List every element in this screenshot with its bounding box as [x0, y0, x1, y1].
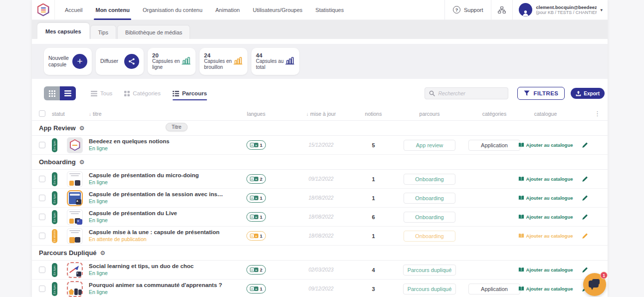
stat-card-capsules-en-ligne[interactable]: 20Capsules en ligne [148, 48, 196, 75]
capsule-title[interactable]: Social learning et tips, un duo de choc [89, 263, 225, 270]
add-to-catalogue-link[interactable]: Ajouter au catalogue [518, 286, 573, 292]
stat-card-capsules-en-brouillon[interactable]: 24Capsules en brouillon [200, 48, 247, 75]
grid-view-icon[interactable] [44, 86, 60, 100]
stat-label: Capsules en ligne [152, 58, 181, 70]
search-input[interactable] [438, 90, 504, 96]
support-button[interactable]: ? Support [445, 6, 491, 13]
add-to-catalogue-link[interactable]: Ajouter au catalogue [518, 195, 573, 201]
row-checkbox[interactable] [39, 267, 45, 273]
help-icon: ? [453, 6, 460, 13]
select-all-checkbox[interactable] [39, 110, 45, 117]
capsule-row[interactable]: En ligne▲Capsule de présentation de la s… [32, 189, 608, 208]
add-to-catalogue-link[interactable]: Ajouter au catalogue [518, 176, 573, 182]
capsule-row[interactable]: En attenteCapsule mise à la une : capsul… [32, 227, 608, 246]
section-name: Onboarding [39, 158, 76, 166]
updated-date: 18/08/2022 [287, 233, 355, 239]
capsule-title[interactable]: Pourquoi animer sa communauté d'apprenan… [89, 282, 225, 289]
view-filter-parcours[interactable]: Parcours [173, 90, 207, 96]
chat-widget-button[interactable]: 1 [583, 273, 606, 296]
languages-badge: Aa1 [246, 284, 266, 294]
upload-icon [576, 91, 581, 96]
sketch-people-thumbnail [67, 281, 83, 297]
parcours-pill[interactable]: Onboarding [404, 174, 455, 185]
stat-label: Capsules au total [256, 58, 285, 70]
column-menu-icon[interactable]: ⋮ [569, 110, 601, 117]
new-capsule-button[interactable]: Nouvelle capsule + [44, 48, 92, 75]
funnel-icon [524, 90, 530, 96]
filters-button[interactable]: FILTRES [517, 87, 565, 100]
capsule-title[interactable]: Capsule mise à la une : capsule de prése… [89, 229, 225, 236]
nav-item-statistiques[interactable]: Statistiques [315, 0, 344, 20]
capsule-row[interactable]: En ligneCapsule de présentation du micro… [32, 170, 608, 189]
export-button[interactable]: Export [571, 88, 605, 99]
capsule-row[interactable]: En ligne✕Capsule de présentation du Live… [32, 208, 608, 227]
view-filter-categories[interactable]: Catégories [124, 90, 161, 96]
gear-icon[interactable]: ⚙ [79, 125, 85, 131]
row-checkbox[interactable] [39, 233, 45, 239]
new-capsule-label: Nouvelle capsule [48, 55, 72, 68]
column-langues: langues [225, 111, 287, 117]
capsule-row[interactable]: En lignePourquoi animer sa communauté d'… [32, 280, 608, 297]
edit-pencil-icon[interactable] [582, 214, 588, 220]
nav-item-organisation-du-contenu[interactable]: Organisation du contenu [143, 0, 203, 20]
row-checkbox[interactable] [39, 195, 45, 201]
nav-item-accueil[interactable]: Accueil [65, 0, 82, 20]
gear-icon[interactable]: ⚙ [100, 250, 106, 256]
category-pill[interactable]: Application [468, 140, 520, 151]
tab-bibliotheque-de-medias[interactable]: Bibliothèque de médias [117, 25, 190, 39]
edit-pencil-icon[interactable] [582, 195, 588, 201]
notions-count: 1 [355, 233, 392, 239]
tab-tips[interactable]: Tips [90, 25, 116, 39]
row-checkbox[interactable] [39, 286, 45, 292]
stat-card-capsules-au-total[interactable]: 44Capsules au total [251, 48, 299, 75]
edit-pencil-icon[interactable] [582, 176, 588, 182]
org-structure-icon[interactable] [491, 6, 512, 13]
parcours-pill[interactable]: Onboarding [404, 231, 455, 242]
topbar-right: ? Support clement.bocquin@beedeez.c... (… [444, 0, 608, 19]
broadcast-button[interactable]: Diffuser [96, 48, 144, 75]
main-nav: AccueilMon contenuOrganisation du conten… [65, 0, 344, 19]
parcours-pill[interactable]: App review [404, 140, 455, 151]
status-pill: En ligne [52, 282, 57, 296]
status-pill: En attente [52, 229, 57, 243]
column-mise-a-jour[interactable]: ↓mise à jour [287, 111, 355, 117]
row-checkbox[interactable] [39, 214, 45, 220]
capsule-title[interactable]: Beedeez en quelques notions [89, 138, 225, 145]
edit-pencil-icon[interactable] [582, 142, 588, 148]
add-to-catalogue-link[interactable]: Ajouter au catalogue [518, 233, 573, 239]
capsule-title[interactable]: Capsule de présentation du Live [89, 210, 225, 217]
view-filter-tous[interactable]: Tous [91, 90, 112, 96]
parcours-pill[interactable]: Onboarding [404, 212, 455, 223]
languages-badge: Aa1 [246, 193, 266, 203]
row-checkbox[interactable] [39, 176, 45, 182]
language-count: 1 [260, 286, 262, 292]
tab-mes-capsules[interactable]: Mes capsules [37, 23, 89, 39]
capsule-row[interactable]: En ligne✕Social learning et tips, un duo… [32, 261, 608, 280]
status-label: En ligne [89, 217, 225, 224]
add-to-catalogue-link[interactable]: Ajouter au catalogue [518, 267, 573, 273]
beedeez-logo-icon[interactable] [32, 0, 55, 19]
filters-label: FILTRES [533, 90, 558, 96]
user-menu[interactable]: clement.bocquin@beedeez.c... (pour KB / … [513, 3, 608, 16]
row-checkbox[interactable] [39, 142, 45, 148]
nav-item-animation[interactable]: Animation [215, 0, 240, 20]
nav-item-mon-contenu[interactable]: Mon contenu [95, 0, 129, 20]
presentation-characters-thumbnail [67, 171, 83, 187]
capsule-row[interactable]: En ligneBeedeez en quelques notionsEn li… [32, 136, 608, 155]
category-pill[interactable]: Application [468, 284, 520, 295]
list-view-icon[interactable] [60, 86, 76, 100]
capsule-title[interactable]: Capsule de présentation de la session av… [89, 191, 225, 198]
nav-item-utilisateurs-groupes[interactable]: Utilisateurs/Groupes [253, 0, 303, 20]
gear-icon[interactable]: ⚙ [79, 159, 85, 165]
edit-pencil-icon[interactable] [582, 233, 588, 239]
updated-date: 09/12/2022 [287, 286, 355, 292]
parcours-pill[interactable]: Parcours dupliqué [403, 284, 456, 295]
parcours-pill[interactable]: Parcours dupliqué [403, 265, 456, 276]
parcours-pill[interactable]: Onboarding [404, 193, 455, 204]
capsule-title[interactable]: Capsule de présentation du micro-doing [89, 172, 225, 179]
add-to-catalogue-link[interactable]: Ajouter au catalogue [518, 142, 573, 148]
column-titre[interactable]: ↓titre [89, 111, 225, 117]
add-to-catalogue-link[interactable]: Ajouter au catalogue [518, 214, 573, 220]
edit-pencil-icon[interactable] [582, 267, 588, 273]
notions-count: 6 [355, 214, 392, 220]
